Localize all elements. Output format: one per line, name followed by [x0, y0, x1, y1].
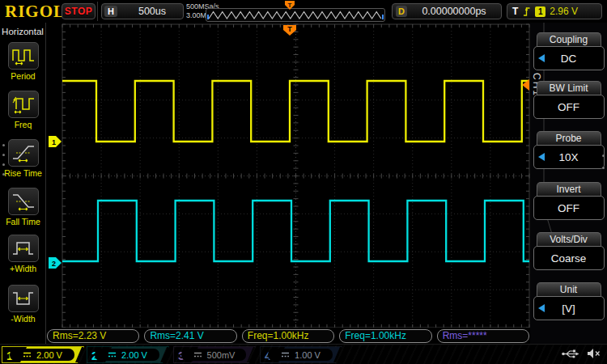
left-function-menu: Horizontal Period Freq Rise Time — [0, 23, 46, 344]
channel-1-scale: 2.00 V — [36, 350, 62, 360]
measurement-rms-invalid: Rms=***** — [437, 329, 529, 343]
horizontal-scale-value: 500us — [124, 6, 180, 17]
menu-invert: Invert OFF — [530, 182, 607, 220]
menu-item-plus-width[interactable]: +Width — [0, 235, 46, 273]
probe-label: Probe — [537, 131, 601, 145]
channel-3-indicator[interactable]: 3 500mV — [173, 346, 256, 363]
dc-coupling-icon — [193, 351, 203, 358]
menu-page-dot — [2, 154, 5, 156]
unit-value: [V] — [562, 303, 575, 315]
menu-page-dot — [602, 167, 605, 169]
oscilloscope-screen: RIGOL STOP H 500us 500MSa/s 3.00M pts T … — [0, 0, 607, 364]
svg-text:T: T — [287, 25, 292, 33]
period-icon — [11, 46, 36, 66]
channel-2-indicator[interactable]: 2 2.00 V — [87, 346, 169, 363]
plus-width-icon — [11, 239, 36, 258]
coupling-value: DC — [561, 53, 577, 65]
channel-1-indicator[interactable]: 1 2.00 V — [2, 346, 84, 363]
trigger-info-chip[interactable]: T 1 2.96 V — [507, 3, 602, 19]
sound-muted-icon — [587, 348, 601, 359]
left-arrow-icon — [538, 54, 545, 62]
svg-text:T: T — [288, 2, 292, 9]
menu-item-freq[interactable]: Freq — [0, 91, 46, 129]
fall-time-icon — [11, 192, 36, 211]
rigol-logo: RIGOL — [5, 2, 66, 22]
trigger-delay-chip[interactable]: D 0.00000000ps — [392, 3, 502, 19]
menu-item-label: Period — [0, 71, 46, 81]
bw-limit-label: BW Limit — [537, 81, 601, 95]
bw-limit-button[interactable]: OFF — [533, 95, 605, 119]
coupling-button[interactable]: DC — [533, 46, 605, 70]
horizontal-label: H — [104, 6, 117, 17]
measurement-rms-ch1: Rms=2.23 V — [47, 329, 139, 343]
ch1-waveform — [62, 81, 529, 142]
preview-waveform — [206, 9, 384, 21]
delay-value: 0.00000000ps — [410, 6, 498, 17]
trigger-position-icon[interactable]: T — [284, 0, 295, 11]
invert-button[interactable]: OFF — [533, 196, 605, 220]
rising-edge-icon — [522, 5, 531, 18]
menu-page-dot — [2, 144, 5, 146]
channel-status-bar: 1 2.00 V 2 2.00 V 3 — [0, 344, 607, 364]
dc-coupling-icon — [22, 351, 32, 358]
coupling-label: Coupling — [537, 32, 601, 46]
probe-button[interactable]: 10X — [533, 145, 605, 169]
menu-page-dot — [2, 163, 5, 166]
rise-time-icon — [11, 143, 36, 163]
waveform-display-area: 12T — [46, 23, 530, 328]
channel-4-scale: 1.00 V — [295, 350, 320, 360]
trigger-level-value: 2.96 V — [550, 6, 578, 17]
measurement-rms-ch2: Rms=2.41 V — [144, 329, 236, 343]
menu-page-dot — [2, 173, 5, 176]
measurement-bar: Rms=2.23 V Rms=2.41 V Freq=1.00kHz Freq=… — [46, 328, 530, 344]
menu-unit: Unit [V] — [530, 282, 607, 320]
menu-item-label: +Width — [0, 264, 46, 273]
trigger-label: T — [512, 6, 518, 17]
trigger-source-badge: 1 — [535, 6, 545, 17]
menu-item-label: Fall Time — [0, 217, 46, 226]
scope-graticule: 12T — [46, 23, 530, 328]
channel-3-scale: 500mV — [207, 350, 236, 360]
bw-limit-value: OFF — [558, 101, 579, 113]
left-menu-title: Horizontal — [0, 27, 45, 36]
unit-label: Unit — [537, 282, 601, 296]
left-arrow-icon — [538, 304, 545, 312]
volts-div-label: Volts/Div — [537, 232, 601, 246]
right-soft-menu: CH1 Coupling DC BW Limit OFF Probe 10X I… — [530, 23, 607, 344]
freq-icon — [11, 95, 36, 114]
top-status-bar: RIGOL STOP H 500us 500MSa/s 3.00M pts T … — [0, 0, 607, 23]
run-state-button[interactable]: STOP — [62, 3, 96, 19]
menu-bw-limit: BW Limit OFF — [530, 81, 607, 119]
menu-volts-div: Volts/Div Coarse — [530, 232, 607, 270]
menu-probe: Probe 10X — [530, 131, 607, 169]
minus-width-icon — [11, 289, 36, 308]
unit-button[interactable]: [V] — [533, 296, 605, 320]
dc-coupling-icon — [280, 351, 291, 358]
menu-coupling: Coupling DC — [530, 32, 607, 70]
menu-item-label: Freq — [0, 120, 46, 129]
left-arrow-icon — [538, 153, 545, 161]
run-state-label: STOP — [65, 6, 92, 17]
measurement-freq-ch1: Freq=1.00kHz — [242, 329, 334, 343]
menu-item-period[interactable]: Period — [0, 42, 46, 81]
svg-text:1: 1 — [52, 138, 56, 146]
invert-value: OFF — [558, 202, 579, 214]
probe-value: 10X — [558, 151, 578, 163]
volts-div-value: Coarse — [551, 252, 587, 265]
horizontal-scale-chip[interactable]: H 500us — [101, 3, 184, 19]
measurement-freq-ch2: Freq=1.00kHz — [339, 329, 431, 343]
channel-2-scale: 2.00 V — [121, 350, 147, 360]
usb-icon — [561, 349, 579, 359]
channel-4-indicator[interactable]: 4 1.00 V — [260, 346, 342, 363]
waveform-memory-preview[interactable] — [206, 8, 385, 22]
volts-div-button[interactable]: Coarse — [533, 246, 605, 270]
delay-label: D — [396, 6, 407, 17]
dc-coupling-icon — [107, 351, 117, 358]
menu-item-fall-time[interactable]: Fall Time — [0, 188, 46, 226]
invert-label: Invert — [537, 182, 601, 196]
menu-item-minus-width[interactable]: -Width — [0, 285, 46, 324]
menu-item-label: -Width — [0, 314, 46, 324]
menu-item-rise-time[interactable]: Rise Time — [0, 139, 46, 178]
topbar-separator — [97, 2, 98, 21]
svg-text:2: 2 — [52, 260, 56, 268]
